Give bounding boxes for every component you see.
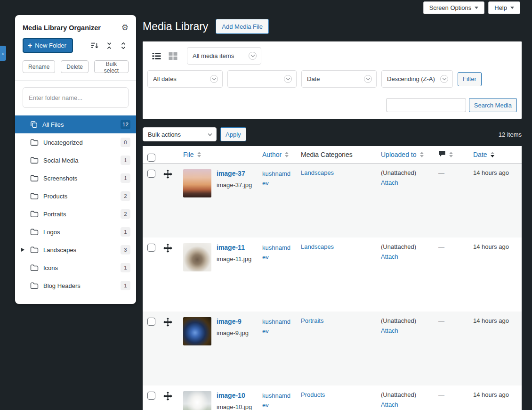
folder-item-social-media[interactable]: Social Media 1 — [15, 151, 136, 169]
unattached-label: (Unattached) — [381, 243, 431, 250]
delete-button[interactable]: Delete — [61, 60, 89, 73]
row-checkbox[interactable] — [147, 318, 155, 326]
date-label: 14 hours ago — [469, 312, 522, 330]
thumbnail[interactable] — [183, 317, 211, 345]
attach-link[interactable]: Attach — [381, 179, 431, 186]
search-input[interactable] — [386, 98, 466, 112]
media-table: File Author Media Categories Uploaded to… — [143, 146, 522, 410]
select-all-checkbox[interactable] — [147, 154, 155, 162]
author-link[interactable]: kushnamdev — [262, 243, 293, 262]
chevron-down-icon — [284, 75, 292, 83]
bulk-actions-select[interactable]: Bulk actions — [143, 127, 217, 141]
folder-item-logos[interactable]: Logos 1 — [15, 223, 136, 241]
category-link[interactable]: Products — [301, 391, 325, 398]
screen-options-button[interactable]: Screen Options — [423, 1, 485, 14]
folder-name-input[interactable] — [23, 87, 129, 108]
expand-caret-icon[interactable] — [21, 248, 24, 252]
media-title-link[interactable]: image-9 — [217, 318, 249, 325]
category-link[interactable]: Landscapes — [301, 243, 334, 250]
row-checkbox[interactable] — [147, 392, 155, 400]
folder-item-portraits[interactable]: Portraits 2 — [15, 205, 136, 223]
column-header-date[interactable]: Date — [473, 151, 487, 158]
new-folder-button[interactable]: + New Folder — [23, 38, 73, 53]
add-media-button[interactable]: Add Media File — [216, 19, 269, 34]
grid-view-button[interactable] — [167, 50, 179, 62]
move-handle[interactable] — [159, 164, 177, 180]
attach-link[interactable]: Attach — [381, 327, 431, 334]
folder-count-badge: 12 — [121, 120, 130, 129]
sort-folders-button[interactable] — [89, 41, 100, 51]
date-label: 14 hours ago — [469, 238, 522, 256]
column-header-file[interactable]: File — [183, 151, 194, 158]
comments-count: — — [435, 385, 469, 404]
folder-label: All Files — [42, 121, 121, 128]
table-row: image-37 image-37.jpg kushnamdev Landsca… — [143, 164, 522, 238]
category-filter-select[interactable] — [227, 70, 297, 88]
date-filter-select[interactable]: All dates — [147, 70, 223, 88]
files-icon — [30, 121, 38, 128]
apply-button[interactable]: Apply — [220, 127, 246, 141]
folder-item-icons[interactable]: Icons 1 — [15, 259, 136, 277]
category-link[interactable]: Landscapes — [301, 169, 334, 176]
category-link[interactable]: Portraits — [301, 317, 323, 324]
attach-link[interactable]: Attach — [381, 401, 431, 408]
folder-item-products[interactable]: Products 2 — [15, 187, 136, 205]
folder-item-blog-headers[interactable]: Blog Headers 1 — [15, 277, 136, 295]
orderby-select[interactable]: Date — [301, 70, 377, 88]
author-link[interactable]: kushnamdev — [262, 391, 293, 410]
media-title-link[interactable]: image-11 — [217, 244, 251, 251]
folder-count-badge: 1 — [121, 173, 130, 183]
media-title-link[interactable]: image-10 — [217, 392, 252, 399]
panel-title: Media Library Organizer — [23, 24, 101, 32]
folder-item-all-files[interactable]: All Files 12 — [15, 115, 136, 133]
list-view-icon — [152, 52, 161, 60]
folder-count-badge: 2 — [121, 191, 130, 201]
filter-button[interactable]: Filter — [458, 72, 482, 86]
collapse-all-button[interactable] — [104, 41, 114, 51]
settings-gear-icon[interactable]: ⚙ — [121, 24, 129, 32]
folder-item-screenshots[interactable]: Screenshots 1 — [15, 169, 136, 187]
media-filename: image-9.jpg — [217, 329, 249, 336]
move-icon — [163, 392, 172, 401]
media-title-link[interactable]: image-37 — [217, 170, 252, 177]
row-checkbox[interactable] — [147, 170, 155, 178]
author-link[interactable]: kushnamdev — [262, 169, 293, 188]
organizer-panel: Media Library Organizer ⚙ + New Folder R… — [15, 15, 136, 304]
order-select[interactable]: Descending (Z-A) — [381, 70, 453, 88]
comments-icon — [438, 150, 446, 157]
help-button[interactable]: Help — [488, 1, 520, 14]
move-handle[interactable] — [159, 385, 177, 402]
comments-count: — — [435, 238, 469, 256]
folder-count-badge: 1 — [121, 156, 130, 165]
media-type-select[interactable]: All media items — [187, 47, 261, 65]
folder-count-badge: 3 — [121, 245, 130, 254]
thumbnail[interactable] — [183, 391, 211, 410]
folder-item-landscapes[interactable]: Landscapes 3 — [15, 241, 136, 259]
author-link[interactable]: kushnamdev — [262, 317, 293, 336]
row-checkbox[interactable] — [147, 244, 155, 252]
move-handle[interactable] — [159, 312, 177, 328]
folder-label: Logos — [43, 229, 121, 236]
attach-link[interactable]: Attach — [381, 253, 431, 260]
grid-view-icon — [168, 52, 178, 60]
column-header-comments[interactable] — [438, 150, 446, 159]
column-header-uploaded[interactable]: Uploaded to — [381, 151, 417, 158]
thumbnail[interactable] — [183, 243, 211, 271]
media-filename: image-11.jpg — [217, 255, 251, 262]
collapse-all-icon — [105, 42, 113, 49]
folder-count-badge: 1 — [121, 263, 130, 272]
list-view-button[interactable] — [150, 50, 163, 62]
panel-collapse-tab[interactable]: ‹ — [0, 46, 6, 61]
folder-item-uncategorized[interactable]: Uncategorized 0 — [15, 133, 136, 151]
items-count: 12 items — [499, 131, 522, 138]
thumbnail[interactable] — [183, 169, 211, 197]
folder-label: Icons — [43, 264, 121, 271]
move-handle[interactable] — [159, 238, 177, 254]
folder-label: Uncategorized — [43, 139, 121, 146]
rename-button[interactable]: Rename — [23, 60, 55, 73]
column-header-author[interactable]: Author — [262, 151, 282, 158]
chevron-down-icon — [208, 131, 212, 135]
search-media-button[interactable]: Search Media — [469, 98, 517, 112]
bulk-select-button[interactable]: Bulk select — [94, 60, 129, 73]
expand-all-button[interactable] — [118, 41, 129, 51]
